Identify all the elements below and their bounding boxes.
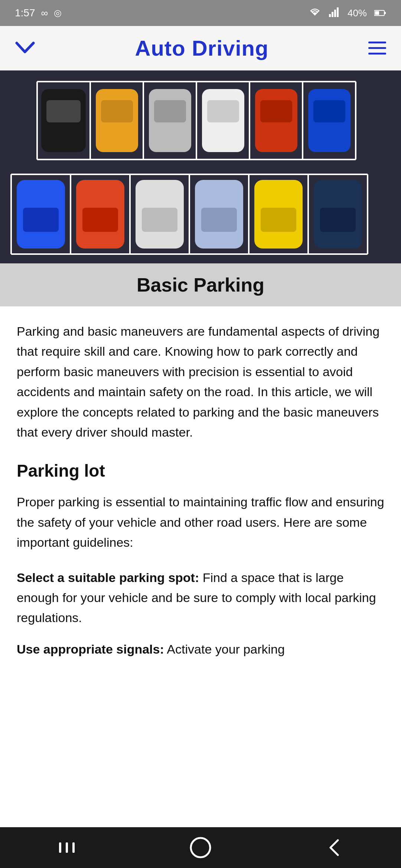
parking-item-2-bold: Use appropriate signals:: [17, 642, 164, 656]
parking-item-1-bold: Select a suitable parking spot:: [17, 571, 199, 585]
svg-rect-51: [320, 208, 356, 232]
svg-rect-45: [142, 208, 177, 232]
battery-percent: 40%: [348, 7, 367, 19]
svg-rect-41: [23, 208, 59, 232]
bottom-nav-bar: [0, 827, 401, 868]
recents-button[interactable]: [52, 836, 82, 859]
parking-lot-body-text: Proper parking is essential to maintaini…: [17, 492, 384, 552]
svg-rect-30: [313, 100, 345, 122]
back-nav-button[interactable]: [319, 836, 349, 859]
parking-item-2-text: Activate your parking: [164, 642, 285, 656]
content-area: Parking and basic maneuvers are fundamen…: [0, 306, 401, 827]
back-button[interactable]: [15, 37, 35, 59]
status-bar-right: 40%: [308, 7, 386, 20]
battery-icon: [374, 7, 386, 19]
svg-rect-2: [334, 10, 336, 17]
back-icon: [327, 836, 342, 859]
svg-rect-24: [154, 100, 186, 122]
svg-point-52: [191, 838, 210, 857]
app-header: Auto Driving: [0, 26, 401, 70]
page-title: Auto Driving: [135, 36, 269, 60]
camera-icon: ◎: [54, 8, 62, 18]
menu-button[interactable]: [368, 42, 386, 55]
svg-rect-5: [384, 12, 386, 14]
signal-icon: [329, 7, 340, 20]
parking-image: [0, 70, 401, 263]
svg-rect-20: [46, 100, 81, 122]
status-time: 1:57: [15, 7, 35, 19]
status-bar: 1:57 ∞ ◎ 40%: [0, 0, 401, 26]
menu-icon: [368, 53, 386, 55]
svg-rect-0: [329, 14, 331, 17]
svg-rect-43: [82, 208, 118, 232]
svg-rect-3: [337, 7, 339, 17]
home-button[interactable]: [186, 836, 215, 859]
home-icon: [189, 836, 212, 859]
svg-rect-22: [101, 100, 133, 122]
svg-rect-47: [201, 208, 237, 232]
svg-rect-6: [375, 11, 379, 15]
svg-rect-26: [207, 100, 239, 122]
svg-rect-1: [332, 12, 333, 17]
svg-rect-28: [260, 100, 292, 122]
parking-item-2: Use appropriate signals: Activate your p…: [17, 639, 384, 659]
menu-icon: [368, 42, 386, 43]
section-title-bar: Basic Parking: [0, 263, 401, 306]
section-title: Basic Parking: [15, 274, 386, 296]
svg-rect-49: [261, 208, 296, 232]
wifi-icon: [308, 7, 322, 20]
menu-icon: [368, 47, 386, 49]
intro-paragraph: Parking and basic maneuvers are fundamen…: [17, 321, 384, 442]
voicemail-icon: ∞: [41, 7, 48, 19]
status-bar-left: 1:57 ∞ ◎: [15, 7, 62, 19]
parking-item-1: Select a suitable parking spot: Find a s…: [17, 568, 384, 628]
recents-icon: [59, 842, 75, 853]
subsection-title-parking-lot: Parking lot: [17, 461, 384, 481]
